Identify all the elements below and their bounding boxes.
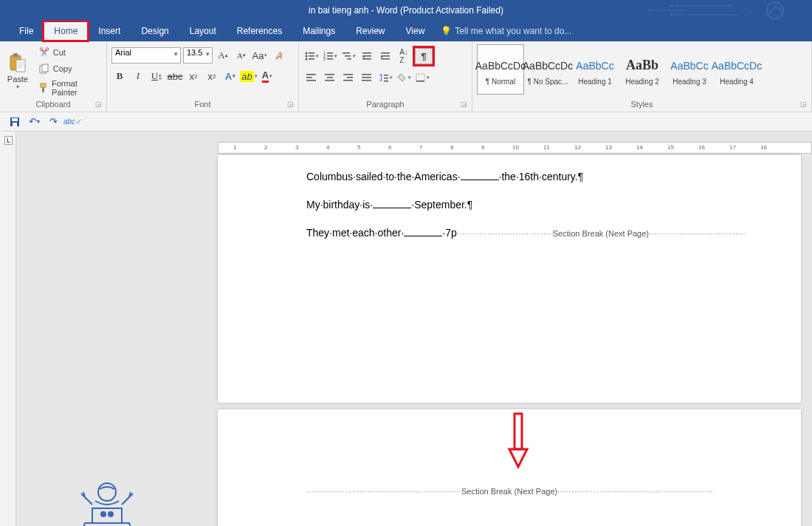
highlight-button[interactable]: ab [241, 68, 257, 84]
cut-button[interactable]: ✂️Cut [35, 45, 102, 60]
style-heading-2[interactable]: AaBbHeading 2 [619, 44, 666, 95]
svg-point-14 [305, 55, 307, 58]
style-heading-3[interactable]: AaBbCcHeading 3 [666, 44, 713, 95]
tab-mailings[interactable]: Mailings [292, 21, 345, 41]
tab-home[interactable]: Home [44, 21, 88, 41]
svg-point-16 [305, 58, 307, 61]
style---no-spac---[interactable]: AaBbCcDc¶ No Spac... [524, 44, 571, 95]
doc-line-4[interactable]: ········································… [306, 487, 786, 496]
svg-point-2 [729, 4, 732, 7]
titlebar-decoration [627, 0, 812, 21]
horizontal-ruler[interactable]: 123456789101112131415161718 [218, 142, 812, 154]
align-right-button[interactable] [340, 69, 357, 86]
svg-rect-37 [327, 77, 333, 78]
tab-view[interactable]: View [396, 21, 436, 41]
tab-layout[interactable]: Layout [179, 21, 227, 41]
svg-rect-30 [381, 52, 390, 54]
quick-access-toolbar: ↶ ▾ ↷ abc✓ [0, 112, 812, 132]
superscript-button[interactable]: x2 [204, 68, 220, 84]
svg-rect-50 [416, 81, 424, 82]
format-painter-button[interactable]: Format Painter [35, 78, 102, 98]
font-color-button[interactable]: A [259, 68, 275, 84]
strikethrough-button[interactable]: abc [167, 68, 183, 84]
page-2[interactable]: ········································… [218, 409, 801, 526]
show-hide-marks-button[interactable]: ¶ [414, 47, 433, 65]
qat-save-icon[interactable] [7, 115, 22, 129]
text-effects-button[interactable]: A [222, 68, 238, 84]
grow-font-button[interactable]: A▴ [215, 47, 231, 64]
group-font: Arial 13.5 A▴ A▾ Aa A̷ B I U abc x2 x2 A… [107, 41, 299, 112]
paste-icon [7, 52, 28, 73]
borders-button[interactable] [414, 69, 430, 86]
svg-rect-24 [343, 52, 350, 54]
subscript-button[interactable]: x2 [185, 68, 202, 84]
align-left-button[interactable] [303, 69, 320, 86]
vertical-ruler[interactable]: L [0, 132, 16, 526]
document-workspace[interactable]: L 123456789101112131415161718 Columbus·s… [0, 132, 812, 526]
group-label-clipboard: Clipboard [35, 100, 70, 109]
italic-button[interactable]: I [130, 68, 146, 84]
clipboard-launcher[interactable]: ◲ [95, 100, 102, 108]
style---normal[interactable]: AaBbCcDc¶ Normal [477, 44, 524, 95]
qat-spellcheck-button[interactable]: abc✓ [65, 115, 80, 129]
bold-button[interactable]: B [111, 68, 128, 84]
copy-button[interactable]: Copy [35, 61, 102, 76]
blank-field [461, 171, 499, 180]
clear-formatting-button[interactable]: A̷ [270, 47, 286, 64]
svg-rect-11 [42, 87, 44, 92]
svg-rect-29 [362, 58, 371, 60]
line-spacing-button[interactable] [377, 69, 393, 86]
tab-insert[interactable]: Insert [88, 21, 131, 41]
styles-launcher[interactable]: ◲ [800, 100, 807, 108]
doc-line-3[interactable]: They·met·each·other··7p ················… [306, 225, 786, 242]
group-styles: AaBbCcDc¶ NormalAaBbCcDc¶ No Spac...AaBb… [472, 41, 812, 112]
tell-me[interactable]: 💡 Tell me what you want to do... [441, 26, 571, 36]
tab-design[interactable]: Design [131, 21, 179, 41]
section-break-marker: Section Break (Next Page) [461, 487, 557, 496]
paintbrush-icon [38, 82, 49, 94]
styles-gallery[interactable]: AaBbCcDc¶ NormalAaBbCcDc¶ No Spac...AaBb… [477, 44, 760, 95]
svg-rect-19 [327, 52, 333, 54]
group-label-paragraph: Paragraph [366, 100, 404, 109]
multilevel-list-button[interactable] [340, 48, 357, 64]
qat-undo-button[interactable]: ↶ ▾ [27, 115, 41, 129]
shrink-font-button[interactable]: A▾ [233, 47, 250, 64]
shading-button[interactable] [396, 69, 412, 86]
increase-indent-button[interactable] [377, 48, 393, 64]
svg-rect-43 [362, 77, 371, 78]
bullets-button[interactable] [303, 48, 320, 64]
font-name-combo[interactable]: Arial [111, 47, 181, 64]
change-case-button[interactable]: Aa [252, 47, 268, 64]
tab-review[interactable]: Review [345, 21, 395, 41]
ribbon-tabs: FileHomeInsertDesignLayoutReferencesMail… [0, 21, 812, 41]
decrease-indent-button[interactable] [359, 48, 375, 64]
tab-file[interactable]: File [9, 21, 44, 41]
svg-rect-41 [343, 80, 353, 81]
svg-rect-23 [327, 58, 333, 60]
underline-button[interactable]: U [148, 68, 165, 84]
svg-rect-26 [347, 58, 351, 60]
copy-icon [38, 63, 50, 75]
qat-redo-button[interactable]: ↷ [46, 115, 61, 129]
numbering-button[interactable]: 123 [322, 48, 338, 64]
style-heading-1[interactable]: AaBbCcHeading 1 [571, 44, 619, 95]
sort-button[interactable]: A↓Z [396, 48, 412, 64]
svg-point-58 [98, 483, 116, 501]
page-1[interactable]: Columbus·sailed·to·the·Americas··the·16t… [218, 155, 801, 403]
svg-rect-53 [13, 123, 17, 126]
svg-point-3 [670, 13, 673, 16]
font-size-combo[interactable]: 13.5 [183, 47, 213, 64]
svg-rect-25 [345, 55, 351, 57]
align-center-button[interactable] [322, 69, 338, 86]
style-heading-4[interactable]: AaBbCcDcHeading 4 [713, 44, 760, 95]
font-launcher[interactable]: ◲ [287, 100, 294, 108]
scissors-icon: ✂️ [38, 47, 50, 58]
tab-references[interactable]: References [227, 21, 292, 41]
doc-line-2[interactable]: My·birthday·is··September.¶ [306, 197, 786, 214]
justify-button[interactable] [359, 69, 375, 86]
doc-line-1[interactable]: Columbus·sailed·to·the·Americas··the·16t… [306, 168, 786, 186]
svg-rect-47 [384, 78, 388, 79]
svg-rect-27 [362, 52, 371, 54]
paragraph-launcher[interactable]: ◲ [461, 100, 467, 108]
paste-button[interactable]: Paste ▾ [4, 44, 31, 98]
